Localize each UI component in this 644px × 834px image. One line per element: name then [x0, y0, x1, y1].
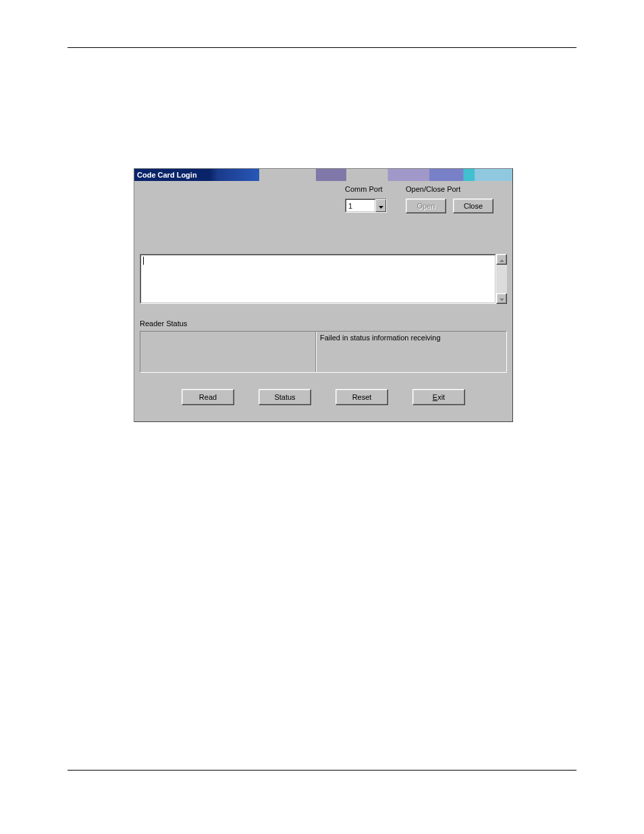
reader-status-label: Reader Status — [140, 319, 187, 328]
exit-suffix: xit — [437, 393, 445, 401]
comm-port-value: 1 — [346, 199, 375, 212]
chevron-up-icon — [500, 255, 504, 263]
read-button[interactable]: Read — [182, 389, 234, 405]
reader-status-box: Failed in status information receiving — [140, 331, 507, 373]
log-textarea[interactable] — [140, 254, 496, 304]
chevron-down-icon — [500, 294, 504, 303]
log-textarea-wrap — [140, 254, 507, 304]
scroll-down-button[interactable] — [496, 293, 507, 304]
chevron-down-icon — [379, 202, 383, 210]
status-button[interactable]: Status — [259, 389, 311, 405]
reader-status-left — [140, 332, 316, 372]
comm-port-combo[interactable]: 1 — [345, 199, 387, 213]
dialog-body: Comm Port 1 Open/Close Port Open Close — [134, 181, 512, 421]
vertical-scrollbar[interactable] — [496, 254, 507, 304]
exit-button[interactable]: Exit — [412, 389, 465, 405]
open-close-port-label: Open/Close Port — [406, 185, 493, 193]
scroll-up-button[interactable] — [496, 254, 507, 265]
page-rule-bottom — [68, 770, 576, 771]
exit-mnemonic: E — [433, 393, 437, 401]
page-rule-top — [68, 47, 576, 48]
reset-button[interactable]: Reset — [336, 389, 388, 405]
code-card-login-dialog: Code Card Login Comm Port 1 Open/Close P… — [134, 168, 513, 422]
combo-dropdown-button[interactable] — [375, 199, 386, 212]
text-caret — [143, 257, 144, 265]
open-button[interactable]: Open — [406, 199, 446, 213]
comm-port-label: Comm Port — [345, 185, 406, 193]
port-section: Comm Port 1 Open/Close Port Open Close — [345, 185, 493, 213]
reader-status-right: Failed in status information receiving — [316, 332, 506, 372]
bottom-button-row: Read Status Reset Exit — [134, 389, 512, 405]
titlebar: Code Card Login — [134, 169, 512, 181]
scroll-track[interactable] — [496, 265, 507, 293]
window-title: Code Card Login — [137, 171, 197, 179]
close-button[interactable]: Close — [453, 199, 493, 213]
